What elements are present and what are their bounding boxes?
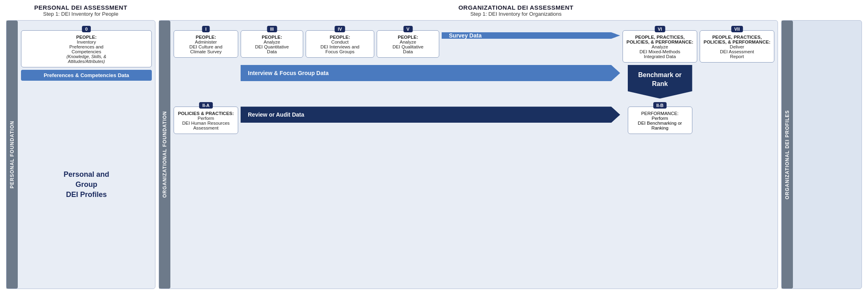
- step-0-line4: Competencies: [25, 49, 148, 54]
- personal-inner: 0 PEOPLE: Inventory Preferences and Comp…: [18, 21, 155, 289]
- step-IIA-l2: Perform: [177, 116, 235, 121]
- step-0-line6: Attitudes/Attributes): [25, 59, 148, 64]
- step-0-line5: (Knowledge, Skills, &: [25, 54, 148, 59]
- step-I-badge: I: [202, 26, 210, 32]
- benchmark-shape: Benchmark or Rank: [628, 65, 692, 98]
- second-row: Interview & Focus Group Data Benchmark o…: [174, 65, 774, 98]
- step-IIA-l1: POLICIES & PRACTICES:: [177, 111, 235, 116]
- step-IV-l2: Conduct: [309, 40, 371, 44]
- step-0-line1: PEOPLE:: [25, 35, 148, 40]
- org-section: ORGANIZATIONAL FOUNDATION I PEOPLE: Admi…: [159, 20, 778, 289]
- review-banner-label: Review or Audit Data: [248, 111, 304, 118]
- personal-bottom-label: Personal and Group DEI Profiles: [63, 170, 109, 200]
- survey-banner-label: Survey Data: [449, 32, 482, 39]
- org-inner: I PEOPLE: Administer DEI Culture and Cli…: [170, 21, 778, 289]
- step-VII-badge: VII: [731, 26, 743, 32]
- top-headers: PERSONAL DEI ASSESSMENT Step 1: DEI Inve…: [6, 4, 862, 17]
- step-V-l3: DEI Qualitative: [380, 44, 436, 49]
- step-V-l1: PEOPLE:: [380, 35, 436, 40]
- iib-section: II-B PERFORMANCE: Perform DEI Benchmarki…: [623, 101, 697, 134]
- step-IV-l1: PEOPLE:: [309, 35, 371, 40]
- step-0-badge: 0: [82, 26, 91, 32]
- step-IIA-l4: Assessment: [177, 126, 235, 130]
- step-IIA-badge: II-A: [199, 102, 213, 109]
- personal-header: PERSONAL DEI ASSESSMENT Step 1: DEI Inve…: [6, 4, 155, 17]
- step-IIB-l4: Ranking: [631, 126, 689, 130]
- content-row: PERSONAL FOUNDATION 0 PEOPLE: Inventory …: [6, 20, 862, 289]
- step-VII-box: VII PEOPLE, PRACTICES, POLICIES, & PERFO…: [700, 30, 774, 63]
- step-I-box: I PEOPLE: Administer DEI Culture and Cli…: [174, 30, 238, 58]
- step-IIB-box: II-B PERFORMANCE: Perform DEI Benchmarki…: [628, 107, 692, 134]
- step-III-badge: III: [267, 26, 277, 32]
- org-foundation-label: ORGANIZATIONAL FOUNDATION: [159, 21, 170, 289]
- step-IIA-box: II-A POLICIES & PRACTICES: Perform DEI H…: [174, 107, 238, 134]
- step-VI-l5: Analyze: [626, 44, 694, 49]
- step-IV-badge: IV: [335, 26, 345, 32]
- org-profiles-section: Organizational DEI Profiles: [781, 20, 862, 289]
- step-IV-l4: Focus Groups: [309, 49, 371, 54]
- org-subtitle: Step 1: DEI Inventory for Organizations: [170, 11, 862, 17]
- org-title: ORGANIZATIONAL DEI ASSESSMENT: [170, 4, 862, 11]
- middle-flex: Survey Data: [442, 25, 620, 39]
- step-III-l4: Data: [244, 49, 300, 54]
- step-VI-l7: Integrated Data: [626, 54, 694, 59]
- step-III-l2: Analyze: [244, 40, 300, 44]
- step-V-l4: Data: [380, 49, 436, 54]
- personal-title: PERSONAL DEI ASSESSMENT: [6, 4, 155, 11]
- vi-lower-section: Benchmark or Rank: [623, 65, 697, 98]
- step-III-l1: PEOPLE:: [244, 35, 300, 40]
- top-spacer: [442, 25, 620, 30]
- step-VII-l7: Report: [703, 54, 771, 59]
- step-0-line2: Inventory: [25, 40, 148, 44]
- step-0-line3: Preferences and: [25, 44, 148, 49]
- step-VI-box: VI PEOPLE, PRACTICES, POLICIES, & PERFOR…: [623, 30, 697, 63]
- personal-section: PERSONAL FOUNDATION 0 PEOPLE: Inventory …: [6, 20, 155, 289]
- survey-banner: Survey Data: [442, 32, 620, 39]
- main-container: PERSONAL DEI ASSESSMENT Step 1: DEI Inve…: [0, 0, 868, 293]
- step-III-l3: DEI Quantitative: [244, 44, 300, 49]
- step-0-box: 0 PEOPLE: Inventory Preferences and Comp…: [21, 30, 152, 67]
- interview-banner: Interview & Focus Group Data: [241, 65, 620, 81]
- step-IIB-l3: DEI Benchmarking or: [631, 121, 689, 126]
- personal-bottom-text: Personal and Group DEI Profiles: [21, 84, 152, 285]
- org-profiles-label: Organizational DEI Profiles: [782, 21, 793, 289]
- step-III-box: III PEOPLE: Analyze DEI Quantitative Dat…: [241, 30, 303, 58]
- step-VII-l6: DEI Assessment: [703, 49, 771, 54]
- top-steps-row: I PEOPLE: Administer DEI Culture and Cli…: [174, 25, 774, 63]
- step-IIB-badge: II-B: [653, 102, 667, 109]
- step-VII-l1: PEOPLE, PRACTICES, POLICIES, & PERFORMAN…: [703, 35, 771, 44]
- step-V-badge: V: [403, 26, 413, 32]
- step-VI-badge: VI: [654, 26, 665, 32]
- step-I-l4: Climate Survey: [177, 49, 235, 54]
- step-I-l1: PEOPLE:: [177, 35, 235, 40]
- step-IV-box: IV PEOPLE: Conduct DEI Interviews and Fo…: [306, 30, 374, 58]
- step-I-l2: Administer: [177, 40, 235, 44]
- org-header: ORGANIZATIONAL DEI ASSESSMENT Step 1: DE…: [170, 4, 862, 17]
- step-IIB-l1: PERFORMANCE:: [631, 111, 689, 116]
- preferences-banner: Preferences & Competencies Data: [21, 70, 152, 81]
- step-I-l3: DEI Culture and: [177, 44, 235, 49]
- review-banner: Review or Audit Data: [241, 107, 620, 123]
- step-VI-content: VI PEOPLE, PRACTICES, POLICIES, & PERFOR…: [623, 25, 697, 63]
- step-V-box: V PEOPLE: Analyze DEI Qualitative Data: [377, 30, 439, 58]
- step-VII-l5: Deliver: [703, 44, 771, 49]
- interview-banner-label: Interview & Focus Group Data: [248, 70, 329, 76]
- benchmark-label: Benchmark or Rank: [638, 71, 682, 87]
- step-IIB-l2: Perform: [631, 116, 689, 121]
- step-V-l2: Analyze: [380, 40, 436, 44]
- personal-subtitle: Step 1: DEI Inventory for People: [6, 11, 155, 17]
- step-VI-l6: DEI Mixed-Methods: [626, 49, 694, 54]
- personal-foundation-label: PERSONAL FOUNDATION: [6, 21, 18, 289]
- third-row: II-A POLICIES & PRACTICES: Perform DEI H…: [174, 101, 774, 134]
- step-IIA-l3: DEI Human Resources: [177, 121, 235, 126]
- step-VI-l1: PEOPLE, PRACTICES, POLICIES, & PERFORMAN…: [626, 35, 694, 44]
- step-IV-l3: DEI Interviews and: [309, 44, 371, 49]
